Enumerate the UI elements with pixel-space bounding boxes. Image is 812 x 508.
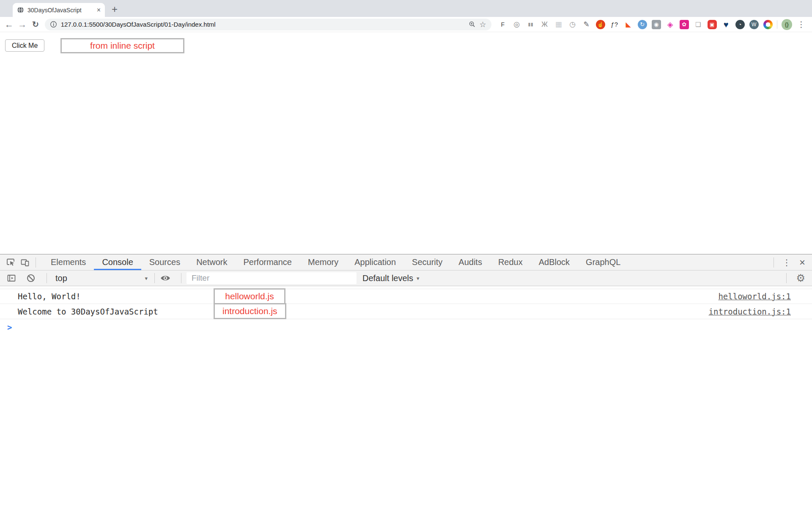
back-icon[interactable]: ←	[3, 18, 16, 31]
inline-script-annotation: from inline script	[60, 38, 184, 53]
franz-extension-icon[interactable]: F	[498, 20, 508, 29]
prompt-chevron-icon: >	[7, 323, 12, 332]
devtools-divider	[786, 273, 787, 283]
click-me-button[interactable]: Click Me	[5, 39, 44, 52]
devtools-tab-graphql[interactable]: GraphQL	[578, 254, 628, 270]
console-source-link[interactable]: introduction.js:1	[709, 307, 791, 316]
url-text[interactable]: 127.0.0.1:5500/30DaysOfJavaScript/01-Day…	[61, 21, 465, 28]
console-message-text: Hello, World!	[18, 292, 81, 301]
console-toolbar: top ▾ Default levels ▾ ⚙	[0, 271, 812, 286]
devtools-tab-bar: ElementsConsoleSourcesNetworkPerformance…	[0, 254, 812, 271]
devtools-tab-performance[interactable]: Performance	[236, 254, 300, 270]
console-sidebar-icon[interactable]	[4, 271, 19, 285]
graphql-extension-icon[interactable]: ◈	[666, 20, 675, 29]
grid-extension-icon[interactable]: ▦	[554, 20, 563, 29]
devtools-divider	[47, 273, 47, 283]
megaphone-extension-icon[interactable]: ◣	[624, 20, 633, 29]
math-function-extension-icon[interactable]: ƒ?	[610, 20, 619, 29]
swirl-extension-icon[interactable]: ↻	[638, 20, 647, 29]
extensions-area: F◎▮▮Ж▦◷✎☝ƒ?◣↻◉◈✿❏▣♥◔W	[498, 20, 773, 29]
zoom-icon[interactable]	[469, 21, 476, 28]
devtools-tabbar-right: ⋮ ×	[774, 257, 812, 268]
forward-icon[interactable]: →	[16, 18, 29, 31]
log-levels-label: Default levels	[362, 273, 413, 283]
devtools-tab-audits[interactable]: Audits	[450, 254, 490, 270]
devtools-menu-icon[interactable]: ⋮	[782, 257, 791, 268]
chevron-down-icon: ▾	[145, 275, 148, 282]
new-tab-button[interactable]: +	[112, 4, 118, 14]
devtools-tab-memory[interactable]: Memory	[300, 254, 346, 270]
w-circle-extension-icon[interactable]: W	[749, 20, 759, 29]
devtools-divider	[774, 257, 774, 268]
bookmark-star-icon[interactable]: ☆	[480, 21, 486, 28]
console-prompt[interactable]: >	[0, 319, 812, 335]
camera-extension-icon[interactable]: ◉	[652, 20, 661, 29]
browser-tab[interactable]: 30DaysOfJavaScript ×	[13, 3, 105, 17]
rainbow-circle-extension-icon[interactable]	[763, 20, 773, 29]
devtools-tab-console[interactable]: Console	[94, 254, 141, 270]
target-extension-icon[interactable]: ◎	[512, 20, 521, 29]
site-info-icon[interactable]	[50, 21, 57, 28]
page-content: Click Me from inline script	[0, 32, 812, 254]
chevron-down-icon: ▾	[417, 275, 420, 282]
pause-columns-extension-icon[interactable]: ▮▮	[526, 20, 535, 29]
console-toolbar-right: ⚙	[783, 273, 808, 283]
tab-close-icon[interactable]: ×	[97, 7, 101, 14]
steps-extension-icon[interactable]: ❏	[694, 20, 703, 29]
devtools-divider	[181, 273, 181, 283]
bug-extension-icon[interactable]: Ж	[540, 20, 549, 29]
devtools-tab-application[interactable]: Application	[346, 254, 404, 270]
browser-window: 30DaysOfJavaScript × + ← → ↻ 127.0.0.1:5…	[0, 0, 812, 508]
console-row: Welcome to 30DaysOfJavaScriptintroductio…	[0, 304, 812, 319]
devtools-close-icon[interactable]: ×	[799, 257, 805, 268]
clear-console-icon[interactable]	[24, 271, 38, 285]
devtools-tab-redux[interactable]: Redux	[490, 254, 531, 270]
tab-strip: 30DaysOfJavaScript × +	[0, 0, 812, 17]
devtools-panel: ElementsConsoleSourcesNetworkPerformance…	[0, 254, 812, 508]
tab-title: 30DaysOfJavaScript	[27, 7, 93, 14]
heart-magnifier-extension-icon[interactable]: ♥	[721, 20, 731, 29]
clock-extension-icon[interactable]: ◷	[568, 20, 577, 29]
console-row: Hello, World!helloworld.jshelloworld.js:…	[0, 289, 812, 304]
gear-icon[interactable]: ⚙	[796, 273, 805, 283]
filter-input[interactable]	[187, 272, 357, 284]
annotation-box: introduction.js	[214, 303, 286, 319]
device-toolbar-icon[interactable]	[18, 255, 32, 270]
live-expression-eye-icon[interactable]	[158, 271, 173, 285]
console-messages: Hello, World!helloworld.jshelloworld.js:…	[0, 289, 812, 319]
gauge-extension-icon[interactable]: ◔	[735, 20, 745, 29]
profile-avatar[interactable]: {}	[782, 19, 792, 30]
log-levels-dropdown[interactable]: Default levels ▾	[362, 273, 420, 283]
devtools-tab-sources[interactable]: Sources	[141, 254, 188, 270]
inspect-element-icon[interactable]	[3, 255, 18, 270]
pink-gear-extension-icon[interactable]: ✿	[680, 20, 689, 29]
console-source-link[interactable]: helloworld.js:1	[718, 292, 791, 301]
red-tab-extension-icon[interactable]: ▣	[708, 20, 717, 29]
devtools-tab-network[interactable]: Network	[188, 254, 235, 270]
context-selector[interactable]: top ▾	[50, 273, 151, 283]
devtools-divider	[154, 273, 155, 283]
eyedropper-extension-icon[interactable]: ✎	[582, 20, 591, 29]
browser-toolbar: ← → ↻ 127.0.0.1:5500/30DaysOfJavaScript/…	[0, 17, 812, 32]
browser-menu-icon[interactable]: ⋮	[797, 19, 805, 29]
devtools-tab-adblock[interactable]: AdBlock	[531, 254, 578, 270]
devtools-tab-security[interactable]: Security	[404, 254, 450, 270]
toolbar-divider	[777, 20, 777, 29]
devtools-tab-list: ElementsConsoleSourcesNetworkPerformance…	[43, 254, 628, 270]
devtools-divider	[36, 257, 36, 268]
reload-icon[interactable]: ↻	[29, 18, 42, 31]
console-message-text: Welcome to 30DaysOfJavaScript	[18, 307, 158, 316]
context-label: top	[55, 273, 67, 283]
adblock-hand-extension-icon[interactable]: ☝	[596, 20, 605, 29]
devtools-tab-elements[interactable]: Elements	[43, 254, 94, 270]
annotation-box: helloworld.js	[214, 288, 285, 304]
address-bar[interactable]: 127.0.0.1:5500/30DaysOfJavaScript/01-Day…	[45, 19, 491, 30]
globe-favicon-icon	[17, 6, 24, 14]
